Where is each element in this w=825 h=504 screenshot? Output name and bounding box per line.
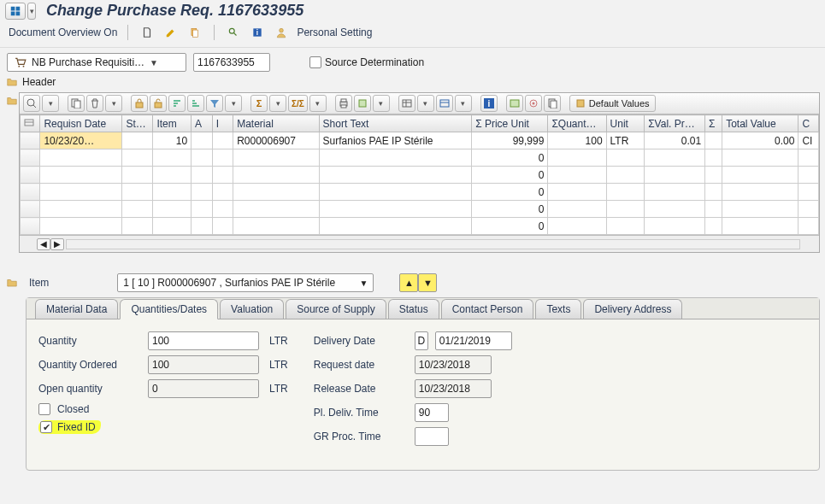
personal-setting-icon[interactable] — [273, 25, 290, 40]
col-material[interactable]: Material — [233, 115, 319, 132]
tab-delivery-address[interactable]: Delivery Address — [583, 299, 682, 319]
items-grid[interactable]: Requisn Date St… Item A I Material Short… — [20, 114, 819, 235]
filter-icon[interactable] — [206, 95, 223, 112]
info-icon[interactable]: i — [480, 95, 498, 112]
services-icon[interactable] — [525, 95, 542, 112]
attachment-icon[interactable] — [544, 95, 561, 112]
layout-icon[interactable] — [398, 95, 415, 112]
sort-asc-icon[interactable] — [168, 95, 186, 112]
items-section-toggle[interactable] — [5, 94, 19, 108]
layout-change-icon[interactable] — [436, 95, 453, 112]
table-row[interactable]: 0 — [21, 167, 819, 184]
delete-drop[interactable]: ▾ — [105, 95, 122, 112]
col-requisn-date[interactable]: Requisn Date — [40, 115, 122, 132]
tab-material-data[interactable]: Material Data — [35, 299, 118, 319]
col-quant[interactable]: ΣQuant… — [548, 115, 606, 132]
print-preview-icon[interactable] — [225, 25, 242, 40]
details-icon[interactable] — [23, 95, 40, 112]
env-icon[interactable] — [506, 95, 523, 112]
scroll-track[interactable] — [66, 239, 800, 249]
create-icon[interactable] — [138, 25, 156, 40]
app-menu-dropdown[interactable]: ▾ — [27, 3, 36, 20]
title-bar: ▾ Change Purchase Req. 1167633955 — [0, 0, 825, 21]
header-section-toggle[interactable]: Header — [0, 73, 825, 91]
fixed-id-checkbox[interactable]: ✔ — [40, 421, 52, 433]
help-icon[interactable]: i — [249, 25, 266, 40]
col-price-unit[interactable]: Σ Price Unit — [472, 115, 548, 132]
app-menu-icon[interactable] — [5, 3, 26, 20]
col-total-value[interactable]: Total Value — [722, 115, 798, 132]
table-row[interactable]: 10/23/20… 10 R000006907 Surfanios PAE IP… — [21, 132, 819, 149]
tab-valuation[interactable]: Valuation — [220, 299, 284, 319]
gr-proc-time-field[interactable] — [415, 427, 449, 446]
separator — [127, 25, 128, 40]
delivery-date-field[interactable]: 01/21/2019 — [435, 331, 512, 350]
item-section-toggle[interactable] — [5, 276, 19, 290]
svg-point-5 — [280, 28, 284, 32]
export-drop[interactable]: ▾ — [373, 95, 390, 112]
tab-contact-person[interactable]: Contact Person — [441, 299, 534, 319]
table-row[interactable]: 0 — [21, 218, 819, 235]
other-document-icon[interactable] — [186, 25, 203, 40]
delivery-date-category[interactable]: D — [415, 331, 428, 350]
sum-icon[interactable]: Σ — [250, 95, 268, 112]
subtotal-icon[interactable]: Σ/Σ — [288, 95, 308, 112]
closed-checkbox[interactable] — [38, 403, 50, 415]
document-overview-toggle[interactable]: Document Overview On — [9, 26, 117, 38]
gr-proc-time-label: GR Proc. Time — [314, 431, 408, 442]
default-values-button[interactable]: Default Values — [569, 95, 656, 112]
svg-text:i: i — [256, 29, 258, 37]
tab-status[interactable]: Status — [388, 299, 439, 319]
sum-drop[interactable]: ▾ — [269, 95, 286, 112]
edit-icon[interactable] — [162, 25, 180, 40]
item-select-combo[interactable]: 1 [ 10 ] R000006907 , Surfanios PAE IP S… — [117, 273, 374, 292]
doc-type-combo[interactable]: NB Purchase Requisiti… ▼ — [7, 53, 186, 72]
export-icon[interactable] — [354, 95, 371, 112]
col-unit[interactable]: Unit — [606, 115, 645, 132]
pl-deliv-time-field[interactable]: 90 — [415, 403, 449, 422]
table-row[interactable]: 0 — [21, 201, 819, 218]
print-icon[interactable] — [335, 95, 352, 112]
scroll-left-icon[interactable]: ◀ — [37, 238, 50, 250]
tab-quantities-dates[interactable]: Quantities/Dates — [120, 299, 218, 319]
lock-icon[interactable] — [131, 95, 148, 112]
svg-rect-14 — [341, 99, 346, 102]
item-detail-tabs: Material Data Quantities/Dates Valuation… — [26, 297, 820, 471]
item-next-button[interactable]: ▼ — [418, 273, 437, 292]
col-val-pr[interactable]: ΣVal. Pr… — [645, 115, 705, 132]
col-status[interactable]: St… — [122, 115, 153, 132]
col-c[interactable]: C — [798, 115, 819, 132]
delete-icon[interactable] — [86, 95, 103, 112]
col-short-text[interactable]: Short Text — [319, 115, 472, 132]
col-a[interactable]: A — [192, 115, 213, 132]
unlock-icon[interactable] — [150, 95, 167, 112]
col-sigma[interactable]: Σ — [705, 115, 722, 132]
tab-source-of-supply[interactable]: Source of Supply — [286, 299, 386, 319]
svg-rect-26 — [577, 100, 584, 107]
item-selector-row: Item 1 [ 10 ] R000006907 , Surfanios PAE… — [5, 273, 820, 292]
table-row[interactable]: 0 — [21, 149, 819, 167]
select-all-column[interactable] — [21, 115, 40, 132]
personal-setting-button[interactable]: Personal Setting — [297, 26, 372, 38]
quantity-field[interactable]: 100 — [148, 331, 259, 350]
filter-drop[interactable]: ▾ — [225, 95, 242, 112]
layout-drop[interactable]: ▾ — [417, 95, 434, 112]
open-quantity-unit: LTR — [269, 383, 288, 395]
copy-icon[interactable] — [68, 95, 85, 112]
svg-rect-18 — [440, 100, 449, 107]
col-i[interactable]: I — [212, 115, 233, 132]
tab-body-quantities-dates: Quantity 100 LTR Quantity Ordered 100 LT… — [27, 319, 819, 453]
col-item[interactable]: Item — [153, 115, 192, 132]
table-row[interactable]: 0 — [21, 184, 819, 201]
details-drop[interactable]: ▾ — [42, 95, 59, 112]
doc-number-field[interactable]: 1167633955 — [193, 53, 270, 72]
item-prev-button[interactable]: ▲ — [399, 273, 418, 292]
grid-horizontal-scrollbar[interactable]: ◀ ▶ — [20, 235, 819, 252]
tab-texts[interactable]: Texts — [535, 299, 581, 319]
dropdown-icon: ▼ — [359, 278, 368, 288]
scroll-right-icon[interactable]: ▶ — [50, 238, 64, 250]
sort-desc-icon[interactable] — [187, 95, 204, 112]
source-determination-checkbox[interactable]: Source Determination — [309, 56, 424, 68]
subtotal-drop[interactable]: ▾ — [309, 95, 327, 112]
layout-change-drop[interactable]: ▾ — [455, 95, 472, 112]
